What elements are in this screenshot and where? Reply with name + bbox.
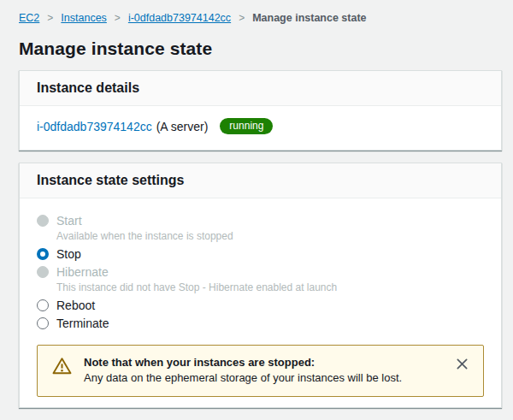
chevron-right-icon: > bbox=[47, 10, 53, 26]
instance-state-options: Start Available when the instance is sto… bbox=[20, 198, 501, 407]
warning-text: Note that when your instances are stoppe… bbox=[84, 355, 402, 386]
chevron-right-icon: > bbox=[115, 10, 121, 26]
radio-option-reboot: Reboot bbox=[37, 296, 484, 314]
manage-instance-state-page: EC2 > Instances > i-0dfdadb73974142cc > … bbox=[0, 0, 513, 420]
instance-details-header: Instance details bbox=[20, 71, 501, 106]
radio-stop[interactable] bbox=[37, 248, 49, 260]
radio-hibernate-label: Hibernate bbox=[56, 265, 109, 279]
radio-start bbox=[37, 215, 49, 227]
warning-triangle-icon bbox=[51, 356, 73, 380]
warning-alert: Note that when your instances are stoppe… bbox=[37, 345, 484, 397]
radio-start-description: Available when the instance is stopped bbox=[56, 230, 484, 242]
radio-reboot-label[interactable]: Reboot bbox=[56, 299, 95, 312]
instance-id-link[interactable]: i-0dfdadb73974142cc bbox=[37, 120, 152, 133]
radio-start-label: Start bbox=[56, 214, 82, 228]
page-title: Manage instance state bbox=[19, 38, 502, 59]
radio-option-hibernate: Hibernate This instance did not have Sto… bbox=[37, 263, 484, 293]
status-badge: running bbox=[220, 118, 273, 134]
breadcrumb: EC2 > Instances > i-0dfdadb73974142cc > … bbox=[19, 10, 502, 26]
warning-message: Any data on the ephemeral storage of you… bbox=[84, 370, 402, 386]
breadcrumb-link-ec2[interactable]: EC2 bbox=[19, 10, 39, 26]
instance-state-settings-card: Instance state settings Start Available … bbox=[19, 163, 502, 408]
breadcrumb-current: Manage instance state bbox=[252, 10, 366, 26]
radio-hibernate bbox=[37, 266, 49, 278]
instance-details-row: i-0dfdadb73974142cc (A server) running bbox=[20, 106, 501, 150]
breadcrumb-link-instance-id[interactable]: i-0dfdadb73974142cc bbox=[128, 10, 231, 26]
instance-state-settings-heading: Instance state settings bbox=[37, 173, 484, 188]
radio-option-start: Start Available when the instance is sto… bbox=[37, 211, 484, 242]
chevron-right-icon: > bbox=[239, 10, 245, 26]
warning-title: Note that when your instances are stoppe… bbox=[84, 355, 402, 370]
close-icon[interactable] bbox=[453, 355, 471, 373]
instance-details-card: Instance details i-0dfdadb73974142cc (A … bbox=[19, 70, 502, 151]
radio-terminate-label[interactable]: Terminate bbox=[56, 316, 109, 330]
radio-reboot[interactable] bbox=[37, 299, 49, 311]
radio-option-terminate: Terminate bbox=[37, 314, 484, 332]
instance-name: (A server) bbox=[156, 120, 209, 133]
instance-state-settings-header: Instance state settings bbox=[20, 163, 501, 198]
radio-option-stop: Stop bbox=[37, 245, 484, 263]
radio-stop-label[interactable]: Stop bbox=[56, 247, 81, 261]
breadcrumb-link-instances[interactable]: Instances bbox=[61, 10, 107, 26]
radio-terminate[interactable] bbox=[37, 317, 49, 329]
radio-hibernate-description: This instance did not have Stop - Hibern… bbox=[56, 281, 484, 293]
instance-details-heading: Instance details bbox=[37, 80, 484, 96]
